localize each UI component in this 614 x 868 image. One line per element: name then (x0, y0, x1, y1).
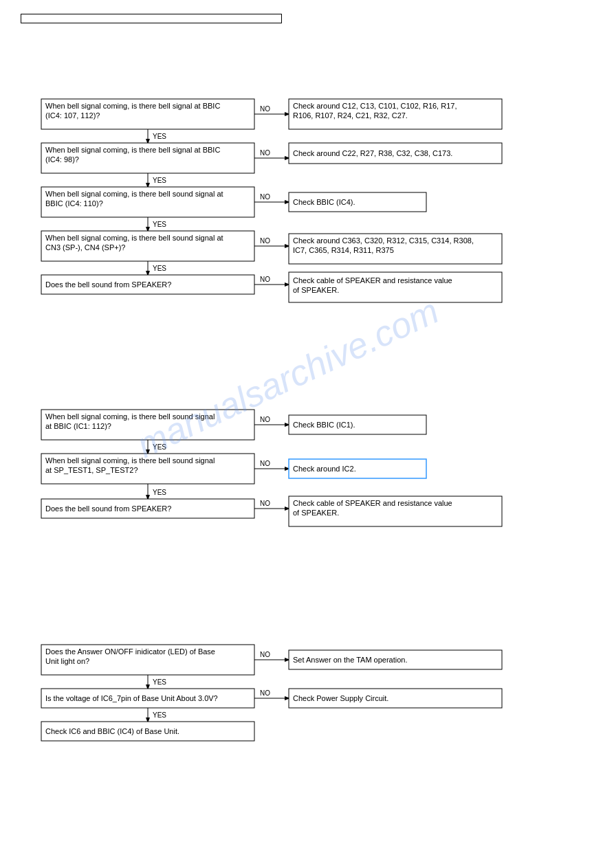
s2-q1-no-text: Check BBIC (IC1). (293, 421, 355, 429)
section2-svg: When bell signal coming, is there bell s… (21, 403, 584, 595)
s3-q2-no-text: Check Power Supply Circuit. (293, 694, 388, 702)
s1-q2-no-label: NO (260, 149, 270, 157)
s1-q3-yes-label: YES (153, 221, 166, 228)
section1-svg: When bell signal coming, is there bell s… (21, 92, 584, 360)
s1-q2-yes-label: YES (153, 177, 166, 184)
s3-q2-text: Is the voltage of IC6_7pin of Base Unit … (45, 694, 218, 702)
s1-q3-no-text: Check BBIC (IC4). (293, 198, 355, 206)
s1-q5-text: Does the bell sound from SPEAKER? (45, 280, 171, 289)
s1-q3-no-label: NO (260, 193, 270, 201)
s2-q2-no-text: Check around IC2. (293, 465, 356, 473)
page-container: When bell signal coming, is there bell s… (0, 0, 614, 868)
s1-q2-no-text: Check around C22, R27, R38, C32, C38, C1… (293, 149, 452, 157)
section3-flowchart: Does the Answer ON/OFF inidicator (LED) … (21, 638, 593, 818)
s3-q2-yes-label: YES (153, 711, 166, 719)
s3-q1-no-label: NO (260, 651, 270, 658)
s2-q2-no-label: NO (260, 460, 270, 467)
s1-q4-yes-label: YES (153, 265, 166, 272)
s1-q5-no-label: NO (260, 276, 270, 283)
section1-flowchart: When bell signal coming, is there bell s… (21, 92, 593, 361)
s2-q3-text: Does the bell sound from SPEAKER? (45, 504, 171, 513)
s2-q3-no-label: NO (260, 500, 270, 507)
s3-q3-text: Check IC6 and BBIC (IC4) of Base Unit. (45, 727, 179, 735)
s3-q2-no-label: NO (260, 689, 270, 697)
s1-q4-no-label: NO (260, 237, 270, 245)
section2-flowchart: When bell signal coming, is there bell s… (21, 403, 593, 597)
s2-q2-yes-label: YES (153, 489, 166, 496)
s2-q1-yes-label: YES (153, 443, 166, 451)
s1-q1-no-label: NO (260, 105, 270, 113)
s3-q1-yes-label: YES (153, 678, 166, 686)
top-bar (21, 14, 282, 23)
s1-q1-yes-label: YES (153, 133, 166, 140)
section3-svg: Does the Answer ON/OFF inidicator (LED) … (21, 638, 584, 816)
s3-q1-no-text: Set Answer on the TAM operation. (293, 656, 408, 664)
s2-q1-no-label: NO (260, 416, 270, 423)
